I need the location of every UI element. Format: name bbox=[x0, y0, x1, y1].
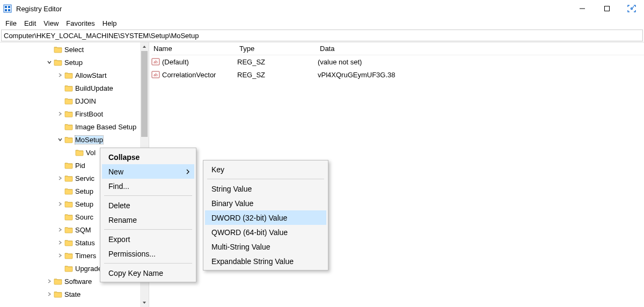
chevron-right-icon[interactable] bbox=[56, 251, 64, 260]
folder-icon bbox=[64, 200, 73, 208]
values-header: Name Type Data bbox=[151, 42, 644, 55]
tree-item[interactable]: MoSetup bbox=[0, 133, 140, 146]
tree-item[interactable]: FirstBoot bbox=[0, 107, 140, 120]
chevron-right-icon[interactable] bbox=[56, 225, 64, 234]
tree-item-label: Servic bbox=[75, 174, 94, 182]
string-value-icon: ab bbox=[151, 70, 160, 79]
chevron-right-icon[interactable] bbox=[56, 71, 64, 79]
tree-item-label: SQM bbox=[75, 226, 91, 234]
ctx-collapse[interactable]: Collapse bbox=[102, 150, 194, 164]
submenu-qword[interactable]: QWORD (64-bit) Value bbox=[205, 225, 326, 239]
ctx-copy-key-name[interactable]: Copy Key Name bbox=[102, 266, 194, 280]
tree-item-label: Status bbox=[75, 239, 95, 247]
folder-icon bbox=[64, 213, 73, 221]
ctx-delete[interactable]: Delete bbox=[102, 198, 194, 213]
tree-item[interactable]: Select bbox=[0, 43, 140, 56]
value-type: REG_SZ bbox=[237, 71, 318, 79]
separator bbox=[104, 195, 192, 196]
address-bar[interactable]: Computer\HKEY_LOCAL_MACHINE\SYSTEM\Setup… bbox=[1, 30, 643, 41]
ctx-find[interactable]: Find... bbox=[102, 179, 194, 193]
tree-item[interactable]: BuildUpdate bbox=[0, 82, 140, 94]
folder-icon bbox=[64, 264, 73, 273]
ctx-export[interactable]: Export bbox=[102, 232, 194, 246]
svg-text:ab: ab bbox=[153, 72, 158, 77]
menu-view[interactable]: View bbox=[40, 18, 62, 28]
svg-point-7 bbox=[631, 8, 633, 10]
tree-item-label: Sourc bbox=[75, 213, 93, 221]
scroll-down-icon[interactable] bbox=[140, 298, 149, 307]
value-type: REG_SZ bbox=[237, 58, 318, 66]
submenu-expandable-string[interactable]: Expandable String Value bbox=[205, 254, 326, 268]
header-data[interactable]: Data bbox=[318, 45, 644, 53]
scroll-thumb[interactable] bbox=[141, 51, 148, 137]
submenu-key[interactable]: Key bbox=[205, 162, 326, 177]
chevron-down-icon[interactable] bbox=[45, 58, 54, 67]
tree-item[interactable]: DJOIN bbox=[0, 94, 140, 107]
snip-button[interactable] bbox=[619, 0, 644, 17]
tree-item-label: Setup bbox=[75, 187, 93, 195]
submenu-binary[interactable]: Binary Value bbox=[205, 196, 326, 210]
svg-rect-2 bbox=[8, 6, 10, 8]
separator bbox=[104, 229, 192, 230]
maximize-button[interactable] bbox=[595, 0, 619, 17]
tree-item[interactable]: Image Based Setup bbox=[0, 120, 140, 133]
ctx-rename[interactable]: Rename bbox=[102, 213, 194, 227]
svg-rect-1 bbox=[5, 6, 7, 8]
address-text: Computer\HKEY_LOCAL_MACHINE\SYSTEM\Setup… bbox=[4, 32, 199, 40]
menu-file[interactable]: File bbox=[2, 18, 20, 28]
folder-icon bbox=[64, 122, 73, 131]
context-submenu-new: Key String Value Binary Value DWORD (32-… bbox=[203, 160, 328, 271]
header-type[interactable]: Type bbox=[237, 45, 318, 53]
title-bar: Registry Editor bbox=[0, 0, 644, 17]
chevron-right-icon[interactable] bbox=[45, 277, 54, 286]
string-value-icon: ab bbox=[151, 57, 160, 66]
tree-item-label: Image Based Setup bbox=[75, 123, 136, 131]
folder-icon bbox=[54, 58, 62, 67]
tree-item-label: DJOIN bbox=[75, 97, 96, 105]
value-row[interactable]: abCorrelationVectorREG_SZvPl4XQruGEymUF3… bbox=[151, 68, 644, 81]
chevron-right-icon[interactable] bbox=[56, 174, 64, 182]
tree-item[interactable]: AllowStart bbox=[0, 69, 140, 82]
chevron-right-icon[interactable] bbox=[45, 290, 54, 298]
folder-icon bbox=[64, 161, 73, 170]
tree-item[interactable]: State bbox=[0, 288, 140, 301]
chevron-right-icon[interactable] bbox=[56, 238, 64, 247]
tree-item-label: Vol bbox=[86, 149, 96, 157]
chevron-down-icon[interactable] bbox=[56, 135, 64, 144]
chevron-right-icon bbox=[186, 169, 190, 174]
separator bbox=[104, 263, 192, 264]
value-data: vPl4XQruGEymUF3G.38 bbox=[318, 71, 644, 79]
chevron-right-icon[interactable] bbox=[56, 109, 64, 118]
menu-favorites[interactable]: Favorites bbox=[63, 18, 98, 28]
folder-icon bbox=[54, 45, 62, 54]
value-data: (value not set) bbox=[318, 58, 644, 66]
svg-rect-6 bbox=[605, 6, 610, 11]
submenu-dword[interactable]: DWORD (32-bit) Value bbox=[205, 210, 326, 225]
menu-help[interactable]: Help bbox=[99, 18, 120, 28]
tree-item-label: Pid bbox=[75, 162, 85, 170]
folder-icon bbox=[54, 277, 62, 286]
tree-item-label: Select bbox=[64, 46, 84, 54]
folder-icon bbox=[64, 109, 73, 118]
tree-item-label: AllowStart bbox=[75, 71, 107, 79]
submenu-string[interactable]: String Value bbox=[205, 181, 326, 196]
tree-item-label: Setup bbox=[64, 59, 83, 67]
folder-icon bbox=[64, 135, 73, 144]
header-name[interactable]: Name bbox=[151, 45, 237, 53]
ctx-permissions[interactable]: Permissions... bbox=[102, 246, 194, 261]
regedit-icon bbox=[3, 4, 12, 13]
scroll-up-icon[interactable] bbox=[140, 42, 149, 51]
tree-item-label: State bbox=[64, 290, 80, 298]
folder-icon bbox=[54, 290, 62, 298]
separator bbox=[207, 179, 324, 179]
minimize-button[interactable] bbox=[570, 0, 595, 17]
ctx-new[interactable]: New bbox=[102, 164, 194, 179]
chevron-right-icon[interactable] bbox=[56, 200, 64, 208]
tree-item[interactable]: Setup bbox=[0, 56, 140, 69]
tree-item-label: FirstBoot bbox=[75, 110, 103, 118]
svg-line-8 bbox=[633, 6, 634, 8]
folder-icon bbox=[64, 84, 73, 92]
submenu-multi-string[interactable]: Multi-String Value bbox=[205, 239, 326, 254]
menu-edit[interactable]: Edit bbox=[21, 18, 39, 28]
value-row[interactable]: ab(Default)REG_SZ(value not set) bbox=[151, 55, 644, 68]
